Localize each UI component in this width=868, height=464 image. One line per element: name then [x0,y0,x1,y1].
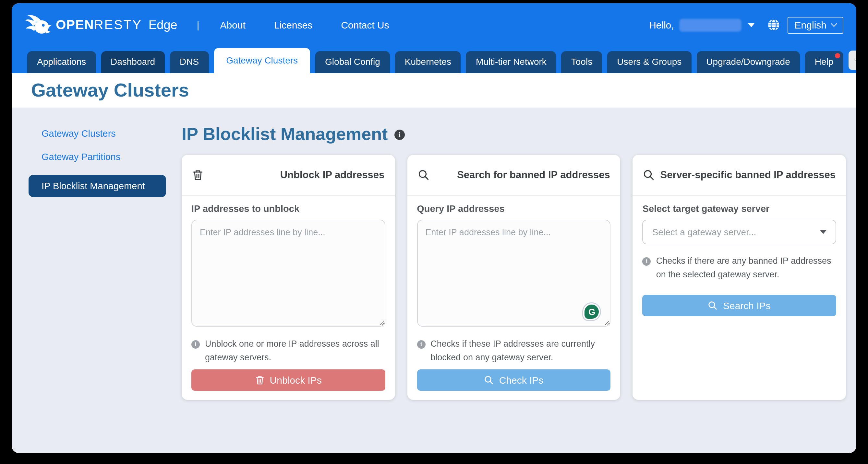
unblock-card-body: IP addresses to unblock i Unblock one or… [182,196,395,400]
info-row: i Checks if there are any banned IP addr… [643,255,836,282]
unblock-ips-button[interactable]: Unblock IPs [191,369,385,391]
server-specific-card-header: Server-specific banned IP addresses [633,155,846,196]
tab-label: Applications [37,56,86,67]
info-icon: i [643,257,651,266]
nav-link-contact-us[interactable]: Contact Us [341,20,389,30]
search-banned-card-header: Search for banned IP addresses [407,155,620,196]
section-info-icon[interactable]: i [394,129,404,140]
server-specific-card-body: Select target gateway server Select a ga… [633,196,846,400]
tab-label: DNS [180,56,199,67]
sidebar-item-gateway-partitions[interactable]: Gateway Partitions [12,152,175,163]
tab-upgrade-downgrade[interactable]: Upgrade/Downgrade [696,51,800,73]
tab-kubernetes[interactable]: Kubernetes [395,51,461,73]
query-ips-textarea[interactable] [417,220,611,327]
unblock-card: Unblock IP addresses IP addresses to unb… [182,155,395,400]
tab-label: Users & Groups [617,56,681,67]
card-row: Unblock IP addresses IP addresses to unb… [182,155,846,400]
tab-global-config[interactable]: Global Config [315,51,390,73]
tab-label: Global Config [325,56,380,67]
gateway-server-select[interactable]: Select a gateway server... [643,220,836,244]
info-row: i Checks if these IP addresses are curre… [417,338,611,365]
greeting-label: Hello, [649,20,674,30]
field-label: Select target gateway server [643,203,836,214]
card-title: Unblock IP addresses [280,169,385,181]
tab-label: Multi-tier Network [476,56,547,67]
check-ips-button[interactable]: Check IPs [417,369,611,391]
search-icon [854,56,856,64]
info-icon: i [417,340,425,349]
textarea-wrap [191,220,385,329]
tab-label: Upgrade/Downgrade [706,56,790,67]
info-icon: i [191,340,200,349]
info-text: Checks if these IP addresses are current… [430,338,611,365]
tab-users-groups[interactable]: Users & Groups [607,51,691,73]
field-label: IP addresses to unblock [191,203,385,214]
nav-link-about[interactable]: About [220,20,245,30]
tab-applications[interactable]: Applications [27,51,96,73]
tab-dns[interactable]: DNS [170,51,209,73]
language-label: English [795,19,827,30]
tab-dashboard[interactable]: Dashboard [101,51,165,73]
trash-icon [255,375,265,385]
info-text: Checks if there are any banned IP addres… [656,255,836,282]
sidebar-item-gateway-clusters[interactable]: Gateway Clusters [12,128,175,140]
openresty-logo[interactable]: OPENRESTY Edge [25,13,178,37]
language-selector[interactable]: English [787,16,843,33]
button-label: Search IPs [723,300,771,311]
nav-link-licenses[interactable]: Licenses [274,20,312,30]
trash-icon [192,169,204,181]
select-caret-icon [820,230,827,234]
username-redacted[interactable] [679,19,742,31]
screen: OPENRESTY Edge | AboutLicensesContact Us… [0,0,868,464]
tab-tools[interactable]: Tools [561,51,602,73]
tab-list: ApplicationsDashboardDNSGateway Clusters… [27,48,848,73]
main-panel: IP Blocklist Management i Unblock IP add… [175,107,856,453]
page-title: Gateway Clusters [31,80,189,101]
server-specific-card: Server-specific banned IP addresses Sele… [633,155,846,400]
select-placeholder: Select a gateway server... [652,227,756,237]
content-area: Gateway ClustersGateway PartitionsIP Blo… [12,107,856,453]
search-icon [708,301,718,310]
page-title-bar: Gateway Clusters [12,73,856,107]
tab-label: Gateway Clusters [226,55,298,65]
brand-nav-divider: | [197,20,199,30]
sidebar-item-ip-blocklist-management[interactable]: IP Blocklist Management [29,175,166,197]
brand-resty: RESTY [94,18,142,32]
unblock-card-header: Unblock IP addresses [182,155,395,196]
user-menu-caret-icon[interactable] [748,23,754,27]
info-row: i Unblock one or more IP addresses acros… [191,338,385,365]
search-banned-card-body: Query IP addresses G i Checks if these I… [407,196,620,400]
search-icon [417,169,429,181]
card-title: Server-specific banned IP addresses [660,169,836,181]
field-label: Query IP addresses [417,203,611,214]
search-icon [643,169,655,181]
top-bar: OPENRESTY Edge | AboutLicensesContact Us… [12,3,856,47]
tab-multi-tier-network[interactable]: Multi-tier Network [466,51,556,73]
unblock-ips-textarea[interactable] [191,220,385,327]
tab-gateway-clusters[interactable]: Gateway Clusters [214,48,310,73]
search-banned-card: Search for banned IP addresses Query IP … [407,155,620,400]
top-right-cluster: Hello, English [649,16,843,33]
tab-label: Tools [571,56,592,67]
search-input[interactable]: Search Cmd + K [848,50,856,70]
notification-dot-icon [835,53,840,58]
app-window: OPENRESTY Edge | AboutLicensesContact Us… [12,3,856,453]
tab-label: Help [815,56,834,67]
tab-bar: ApplicationsDashboardDNSGateway Clusters… [12,47,856,73]
tab-label: Kubernetes [405,56,451,67]
section-heading: IP Blocklist Management i [182,125,846,144]
tab-help[interactable]: Help [805,51,843,73]
button-label: Check IPs [499,374,544,386]
tab-label: Dashboard [111,56,155,67]
textarea-wrap: G [417,220,611,329]
globe-icon [768,19,780,31]
info-text: Unblock one or more IP addresses across … [205,338,385,365]
top-nav: AboutLicensesContact Us [220,20,389,30]
brand-product: Edge [149,18,178,32]
search-ips-button[interactable]: Search IPs [643,295,836,316]
brand-open: OPEN [56,18,94,32]
card-title: Search for banned IP addresses [457,169,610,181]
search-icon [484,375,494,385]
brand-text: OPENRESTY [56,18,142,32]
sidebar: Gateway ClustersGateway PartitionsIP Blo… [12,107,175,453]
